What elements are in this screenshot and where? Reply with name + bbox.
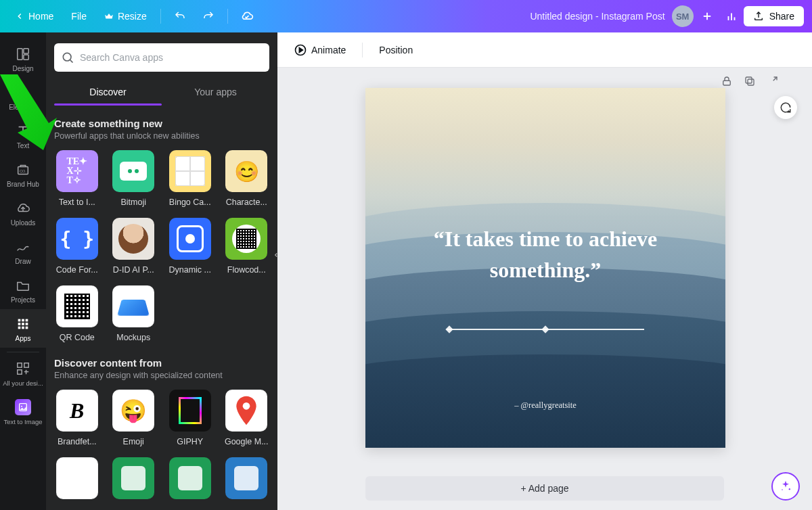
rail-separator — [7, 352, 39, 352]
svg-rect-27 — [18, 370, 22, 374]
assistant-fab[interactable] — [771, 472, 800, 501]
resize-label: Resize — [118, 11, 147, 22]
app-tile[interactable]: Mockups — [111, 285, 157, 342]
rail-apps[interactable]: Apps — [0, 309, 46, 348]
rail-elements[interactable]: Elements — [0, 78, 46, 116]
app-tile[interactable] — [111, 457, 157, 505]
app-icon: B — [56, 390, 98, 432]
file-menu[interactable]: File — [64, 7, 93, 26]
folder-icon — [15, 277, 31, 294]
divider — [227, 9, 228, 24]
resize-menu[interactable]: Resize — [97, 7, 154, 26]
duplicate-button[interactable] — [743, 74, 757, 88]
add-collaborator-button[interactable] — [695, 4, 719, 28]
rail-all-designs[interactable]: All your desi... — [0, 354, 46, 392]
rail-uploads[interactable]: Uploads — [0, 193, 46, 232]
cloud-sync-button[interactable] — [235, 4, 259, 28]
left-rail: Design Elements Text CO. Brand Hub Uploa… — [0, 32, 46, 510]
app-icon — [112, 150, 154, 192]
app-tile[interactable]: BBrandfet... — [54, 390, 100, 446]
rail-draw[interactable]: Draw — [0, 232, 46, 271]
app-icon — [112, 218, 154, 260]
app-icon — [112, 457, 154, 499]
rail-design[interactable]: Design — [0, 39, 46, 78]
tab-label: Discover — [89, 87, 126, 97]
tab-your-apps[interactable]: Your apps — [162, 80, 269, 106]
duplicate-icon — [744, 75, 756, 87]
search-input[interactable] — [80, 52, 263, 63]
rail-brandhub[interactable]: CO. Brand Hub — [0, 155, 46, 193]
divider-ornament — [447, 329, 644, 330]
app-tile[interactable]: { }Code For... — [54, 218, 100, 275]
app-tile[interactable]: QR Code — [54, 285, 100, 342]
insights-button[interactable] — [719, 4, 744, 28]
svg-point-42 — [782, 489, 783, 490]
text-icon — [15, 123, 31, 139]
page-tools — [720, 74, 780, 88]
draw-icon — [15, 239, 31, 255]
undo-button[interactable] — [168, 4, 192, 28]
attribution-text[interactable]: – @reallygreatsite — [365, 400, 725, 411]
svg-rect-17 — [22, 319, 24, 322]
share-button[interactable]: Share — [744, 6, 804, 26]
share-label: Share — [769, 11, 794, 22]
app-tile[interactable]: 😜Emoji — [111, 390, 157, 446]
svg-point-34 — [243, 402, 250, 410]
lock-button[interactable] — [720, 74, 734, 88]
app-tile[interactable]: TE✦X⊹T✧Text to I... — [54, 150, 100, 207]
rail-text-to-image[interactable]: Text to Image — [0, 392, 46, 431]
svg-rect-37 — [723, 80, 731, 85]
artboard[interactable]: “It takes time to achieve something.” – … — [365, 88, 725, 448]
app-tile[interactable] — [167, 457, 213, 505]
quote-text[interactable]: “It takes time to achieve something.” — [365, 223, 725, 286]
app-icon — [169, 150, 211, 192]
app-tile[interactable]: 😊Characte... — [224, 150, 270, 207]
upload-icon — [753, 11, 764, 22]
bar-chart-icon — [725, 10, 738, 22]
chevron-left-icon — [15, 11, 24, 21]
document-title[interactable]: Untitled design - Instagram Post — [530, 11, 664, 22]
svg-rect-20 — [22, 323, 24, 325]
app-tile[interactable]: Dynamic ... — [167, 218, 213, 275]
sparkle-icon — [779, 480, 792, 493]
panel-tabs: Discover Your apps — [54, 80, 269, 106]
rail-text[interactable]: Text — [0, 116, 46, 155]
app-label: QR Code — [60, 333, 95, 342]
app-tile[interactable] — [54, 457, 100, 505]
apps-discover-grid: BBrandfet...😜EmojiGIPHYGoogle M... — [54, 390, 269, 505]
grid-plus-icon — [15, 361, 31, 377]
cloud-upload-icon — [15, 200, 31, 216]
app-tile[interactable]: Flowcod... — [224, 218, 270, 275]
position-button[interactable]: Position — [372, 41, 420, 60]
app-tile[interactable]: Google M... — [224, 390, 270, 446]
app-label: Bingo Ca... — [169, 198, 211, 207]
rail-label: Brand Hub — [7, 181, 39, 188]
app-tile[interactable]: D-ID AI P... — [111, 218, 157, 275]
app-icon: { } — [56, 218, 98, 260]
animate-button[interactable]: Animate — [287, 39, 353, 61]
app-tile[interactable]: Bingo Ca... — [167, 150, 213, 207]
svg-line-40 — [773, 77, 777, 80]
rail-projects[interactable]: Projects — [0, 271, 46, 309]
tab-discover[interactable]: Discover — [54, 80, 162, 106]
expand-button[interactable] — [766, 74, 780, 88]
app-tile[interactable] — [224, 457, 270, 505]
svg-marker-36 — [299, 47, 302, 52]
back-button[interactable]: Home — [8, 7, 60, 26]
app-icon — [56, 457, 98, 499]
app-tile[interactable]: Bitmoji — [111, 150, 157, 207]
redo-button[interactable] — [196, 4, 221, 28]
add-page-button[interactable]: + Add page — [365, 476, 724, 501]
search-box[interactable] — [54, 43, 269, 72]
svg-rect-19 — [18, 323, 21, 325]
app-icon: 😜 — [112, 390, 154, 432]
app-tile[interactable]: GIPHY — [167, 390, 213, 446]
avatar[interactable]: SM — [672, 5, 694, 27]
app-label: Flowcod... — [227, 265, 266, 275]
svg-rect-25 — [18, 363, 22, 367]
text-to-image-icon — [15, 399, 31, 415]
search-icon — [61, 51, 74, 64]
elements-icon — [15, 85, 31, 101]
regenerate-button[interactable] — [774, 96, 797, 119]
apps-create-grid: TE✦X⊹T✧Text to I...BitmojiBingo Ca...😊Ch… — [54, 150, 269, 342]
